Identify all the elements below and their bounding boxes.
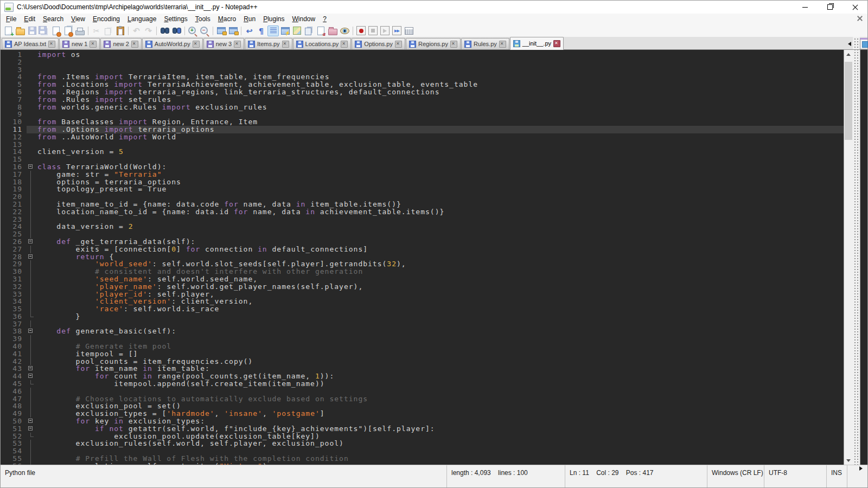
code-line[interactable]: 5from .Locations import TerrariaAchievem… (1, 81, 844, 88)
tab-regions-py[interactable]: Regions.py (406, 38, 461, 49)
code-text[interactable]: # Prefill the Wall of Flesh with the com… (35, 455, 844, 463)
tab-autoworld-py[interactable]: AutoWorld.py (142, 38, 203, 49)
tab-ap-ideas-txt[interactable]: AP Ideas.txt (2, 38, 59, 49)
code-text[interactable]: } (35, 313, 844, 320)
zoom-out-button[interactable] (199, 25, 210, 36)
line-number[interactable]: 30 (1, 268, 27, 275)
line-number[interactable]: 42 (1, 358, 27, 365)
code-line[interactable]: 15 (1, 156, 844, 163)
line-number[interactable]: 15 (1, 156, 27, 163)
code-line[interactable]: 4from .Items import TerrariaItem, item_t… (1, 73, 844, 81)
view-splitter[interactable] (853, 50, 860, 465)
line-number[interactable]: 19 (1, 185, 27, 193)
line-number[interactable]: 45 (1, 380, 27, 388)
menu-item-window[interactable]: Window (289, 14, 320, 24)
maximize-button[interactable] (818, 1, 843, 14)
code-line[interactable]: 34 'client_version': client_version, (1, 298, 844, 305)
code-text[interactable]: topology_present = True (35, 185, 844, 193)
code-line[interactable]: 52 exclusion_pool.update(exclusion_table… (1, 433, 844, 440)
code-line[interactable]: 43 for item_name in item_table: (1, 365, 844, 373)
code-text[interactable]: pool_counts = item_frequencies.copy() (35, 358, 844, 365)
code-text[interactable] (35, 216, 844, 223)
code-text[interactable]: 'client_version': client_version, (35, 298, 844, 305)
line-number[interactable]: 14 (1, 148, 27, 156)
line-number[interactable]: 53 (1, 440, 27, 447)
code-line[interactable]: 14client_version = 5 (1, 148, 844, 156)
replace-button[interactable] (171, 25, 182, 36)
code-text[interactable]: location_name_to_id = {name: data.id for… (35, 208, 844, 216)
document-list-button[interactable] (303, 25, 315, 36)
code-line[interactable]: 28 return { (1, 253, 844, 261)
menu-item-encoding[interactable]: Encoding (89, 14, 124, 24)
sync-scroll-vertical-button[interactable] (215, 25, 227, 36)
tab-close-icon[interactable] (341, 41, 348, 48)
code-line[interactable]: 49 exclusion_types = ['hardmode', 'insan… (1, 410, 844, 418)
line-number[interactable]: 11 (1, 126, 27, 133)
macro-run-multiple-button[interactable] (391, 25, 403, 36)
code-line[interactable]: 22 location_name_to_id = {name: data.id … (1, 208, 844, 216)
code-line[interactable]: 47 # Choose locations to automatically e… (1, 395, 844, 403)
second-view-editor[interactable] (860, 50, 867, 465)
code-text[interactable]: item_name_to_id = {name: data.code for n… (35, 201, 844, 208)
file-monitoring-button[interactable] (339, 25, 350, 36)
code-line[interactable]: 11from .Options import terraria_options (1, 126, 844, 133)
scrollbar-thumb[interactable] (845, 62, 852, 140)
line-number[interactable]: 47 (1, 395, 27, 403)
second-view-tab[interactable] (860, 38, 867, 49)
tab-new-3[interactable]: new 3 (203, 38, 244, 49)
line-number[interactable]: 4 (1, 73, 27, 81)
code-line[interactable]: 37 (1, 320, 844, 328)
code-line[interactable]: 40 # Generate item pool (1, 343, 844, 350)
code-text[interactable]: # Generate item pool (35, 343, 844, 350)
tab-items-py[interactable]: Items.py (245, 38, 292, 49)
code-line[interactable]: 9 (1, 111, 844, 118)
redo-button[interactable] (143, 25, 154, 36)
code-text[interactable]: exits = [connection[0] for connection in… (35, 246, 844, 253)
fold-marker-icon[interactable] (27, 365, 35, 373)
code-text[interactable] (35, 230, 844, 238)
code-line[interactable]: 42 pool_counts = item_frequencies.copy() (1, 358, 844, 365)
code-line[interactable]: 55 # Prefill the Wall of Flesh with the … (1, 455, 844, 463)
line-number[interactable]: 32 (1, 283, 27, 291)
code-text[interactable]: for count in range(pool_counts.get(item_… (35, 373, 844, 380)
zoom-in-button[interactable] (187, 25, 199, 36)
code-text[interactable]: # Choose locations to automatically excl… (35, 395, 844, 403)
line-number[interactable]: 37 (1, 320, 27, 328)
line-number[interactable]: 20 (1, 193, 27, 201)
code-text[interactable] (35, 66, 844, 74)
code-text[interactable]: client_version = 5 (35, 148, 844, 156)
line-number[interactable]: 21 (1, 201, 27, 208)
menu-item-edit[interactable]: Edit (20, 14, 39, 24)
menu-item-run[interactable]: Run (240, 14, 259, 24)
line-number[interactable]: 34 (1, 298, 27, 305)
code-line[interactable]: 18 options = terraria_options (1, 178, 844, 186)
function-list-button[interactable] (279, 25, 291, 36)
find-button[interactable] (159, 25, 170, 36)
code-line[interactable]: 2 (1, 59, 844, 66)
indent-guide-button[interactable] (267, 25, 279, 36)
menu-item-[interactable]: ? (319, 14, 330, 24)
undo-button[interactable] (131, 25, 142, 36)
code-line[interactable]: 31 'seed_name': self.world.seed_name, (1, 275, 844, 283)
minimize-button[interactable] (793, 1, 818, 14)
code-text[interactable]: if not getattr(self.world, f"include_{ke… (35, 425, 844, 433)
code-line[interactable]: 21 item_name_to_id = {name: data.code fo… (1, 201, 844, 208)
code-text[interactable]: return { (35, 253, 844, 261)
code-line[interactable]: 13 (1, 141, 844, 149)
code-line[interactable]: 35 'race': self.world.is_race (1, 305, 844, 313)
code-line[interactable]: 16class TerrariaWorld(World): (1, 163, 844, 171)
line-number[interactable]: 38 (1, 328, 27, 335)
line-number[interactable]: 5 (1, 81, 27, 88)
close-all-button[interactable] (62, 25, 74, 36)
tab-init-py[interactable]: __init__.py (510, 37, 564, 50)
code-text[interactable]: from ..AutoWorld import World (35, 133, 844, 141)
code-line[interactable]: 8from worlds.generic.Rules import exclus… (1, 104, 844, 111)
line-number[interactable]: 49 (1, 410, 27, 418)
scroll-up-button[interactable] (844, 50, 853, 59)
line-number[interactable]: 18 (1, 178, 27, 186)
code-line[interactable]: 12from ..AutoWorld import World (1, 133, 844, 141)
code-text[interactable]: from BaseClasses import Region, Entrance… (35, 118, 844, 126)
menubar-close-icon[interactable] (857, 15, 863, 22)
code-line[interactable]: 20 (1, 193, 844, 201)
line-number[interactable]: 55 (1, 455, 27, 463)
